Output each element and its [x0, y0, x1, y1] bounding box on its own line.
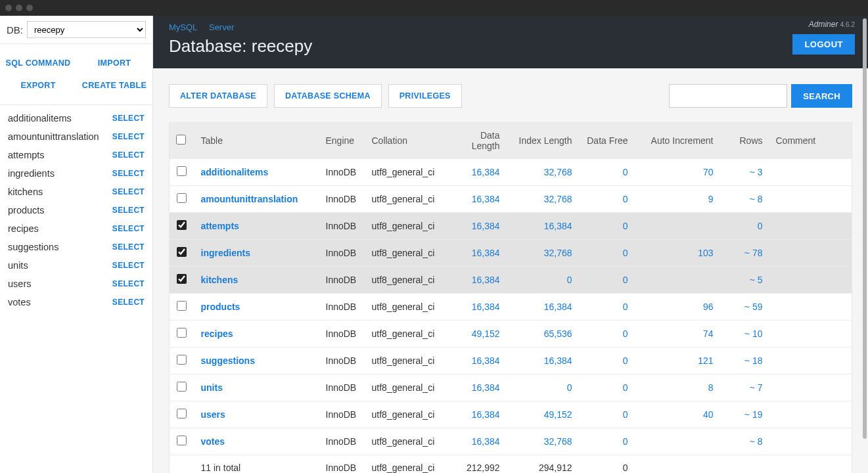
table-name-link[interactable]: recipes — [201, 328, 233, 339]
row-checkbox[interactable] — [177, 247, 187, 257]
import-link[interactable]: IMPORT — [76, 52, 152, 74]
sidebar-table-name[interactable]: amountunittranslation — [8, 131, 99, 142]
cell-auto-increment[interactable]: 40 — [635, 401, 720, 428]
cell-auto-increment[interactable]: 70 — [635, 159, 720, 186]
sidebar-select-link[interactable]: SELECT — [112, 206, 145, 215]
col-engine[interactable]: Engine — [319, 123, 365, 159]
export-link[interactable]: EXPORT — [0, 74, 76, 97]
cell-auto-increment[interactable] — [635, 213, 720, 240]
sidebar-table-name[interactable]: additionalitems — [8, 113, 72, 124]
cell-data-length[interactable]: 16,384 — [444, 240, 507, 267]
scrollbar-track[interactable] — [861, 18, 868, 468]
search-button[interactable]: SEARCH — [791, 84, 852, 108]
cell-data-free[interactable]: 0 — [579, 213, 635, 240]
database-schema-button[interactable]: DATABASE SCHEMA — [274, 84, 382, 108]
sidebar-table-name[interactable]: attempts — [8, 150, 45, 160]
row-checkbox[interactable] — [177, 382, 187, 392]
cell-auto-increment[interactable]: 121 — [635, 348, 720, 374]
col-index-length[interactable]: Index Length — [507, 123, 579, 159]
cell-data-length[interactable]: 16,384 — [444, 186, 507, 213]
row-checkbox[interactable] — [177, 355, 187, 365]
cell-index-length[interactable]: 32,768 — [507, 186, 579, 213]
table-name-link[interactable]: users — [201, 409, 225, 420]
cell-rows[interactable]: ~ 8 — [720, 428, 769, 455]
cell-auto-increment[interactable]: 74 — [635, 321, 720, 348]
cell-rows[interactable]: ~ 18 — [720, 348, 769, 374]
cell-data-length[interactable]: 16,384 — [444, 374, 507, 401]
col-data-free[interactable]: Data Free — [579, 123, 635, 159]
table-name-link[interactable]: votes — [201, 436, 225, 447]
logout-button[interactable]: LOGOUT — [792, 34, 855, 55]
cell-data-length[interactable]: 16,384 — [444, 294, 507, 321]
row-checkbox[interactable] — [177, 436, 187, 445]
cell-data-free[interactable]: 0 — [579, 267, 635, 294]
col-rows[interactable]: Rows — [720, 123, 769, 159]
cell-auto-increment[interactable] — [635, 428, 720, 455]
privileges-button[interactable]: PRIVILEGES — [388, 84, 462, 108]
cell-rows[interactable]: ~ 10 — [720, 321, 769, 348]
table-name-link[interactable]: products — [201, 302, 240, 312]
table-name-link[interactable]: attempts — [201, 221, 239, 231]
window-dot[interactable] — [26, 5, 33, 11]
table-name-link[interactable]: kitchens — [201, 275, 239, 285]
window-dot[interactable] — [16, 5, 22, 11]
cell-auto-increment[interactable]: 96 — [635, 294, 720, 321]
cell-index-length[interactable]: 0 — [507, 374, 579, 401]
search-input[interactable] — [669, 84, 787, 108]
cell-index-length[interactable]: 32,768 — [507, 159, 579, 186]
cell-data-free[interactable]: 0 — [579, 428, 635, 455]
table-name-link[interactable]: additionalitems — [201, 167, 269, 177]
cell-index-length[interactable]: 16,384 — [507, 294, 579, 321]
cell-data-length[interactable]: 16,384 — [444, 159, 507, 186]
cell-index-length[interactable]: 49,152 — [507, 401, 579, 428]
breadcrumb-mysql[interactable]: MySQL — [169, 22, 197, 32]
cell-auto-increment[interactable]: 103 — [635, 240, 720, 267]
sidebar-select-link[interactable]: SELECT — [112, 114, 145, 123]
table-name-link[interactable]: amountunittranslation — [201, 194, 298, 204]
cell-data-length[interactable]: 16,384 — [444, 348, 507, 374]
cell-data-free[interactable]: 0 — [579, 159, 635, 186]
row-checkbox[interactable] — [177, 166, 187, 176]
sidebar-table-name[interactable]: suggestions — [8, 242, 58, 252]
cell-data-free[interactable]: 0 — [579, 240, 635, 267]
table-name-link[interactable]: suggestions — [201, 355, 255, 366]
sidebar-select-link[interactable]: SELECT — [112, 279, 145, 288]
col-comment[interactable]: Comment — [769, 123, 852, 159]
cell-rows[interactable]: ~ 5 — [720, 267, 769, 294]
row-checkbox[interactable] — [177, 409, 187, 418]
alter-database-button[interactable]: ALTER DATABASE — [169, 84, 267, 108]
cell-index-length[interactable]: 65,536 — [507, 321, 579, 348]
cell-data-free[interactable]: 0 — [579, 374, 635, 401]
sidebar-select-link[interactable]: SELECT — [112, 242, 145, 252]
row-checkbox[interactable] — [177, 193, 187, 203]
sidebar-table-name[interactable]: units — [8, 260, 28, 271]
cell-data-length[interactable]: 16,384 — [444, 213, 507, 240]
sidebar-table-name[interactable]: products — [8, 205, 45, 215]
cell-data-length[interactable]: 16,384 — [444, 401, 507, 428]
cell-index-length[interactable]: 32,768 — [507, 428, 579, 455]
cell-rows[interactable]: ~ 3 — [720, 159, 769, 186]
cell-data-free[interactable]: 0 — [579, 321, 635, 348]
sidebar-select-link[interactable]: SELECT — [112, 224, 145, 233]
sidebar-select-link[interactable]: SELECT — [112, 298, 145, 307]
row-checkbox[interactable] — [177, 301, 187, 311]
sidebar-table-name[interactable]: users — [8, 279, 31, 289]
row-checkbox[interactable] — [177, 220, 187, 230]
cell-rows[interactable]: 0 — [720, 213, 769, 240]
sql-command-link[interactable]: SQL COMMAND — [0, 52, 76, 74]
select-all-checkbox[interactable] — [176, 135, 186, 145]
cell-auto-increment[interactable] — [635, 267, 720, 294]
cell-data-length[interactable]: 49,152 — [444, 321, 507, 348]
sidebar-table-name[interactable]: kitchens — [8, 187, 43, 197]
sidebar-select-link[interactable]: SELECT — [112, 150, 145, 160]
cell-rows[interactable]: ~ 7 — [720, 374, 769, 401]
cell-index-length[interactable]: 32,768 — [507, 240, 579, 267]
sidebar-select-link[interactable]: SELECT — [112, 187, 145, 196]
create-table-link[interactable]: CREATE TABLE — [76, 74, 152, 97]
cell-rows[interactable]: ~ 8 — [720, 186, 769, 213]
cell-rows[interactable]: ~ 59 — [720, 294, 769, 321]
cell-index-length[interactable]: 16,384 — [507, 213, 579, 240]
sidebar-select-link[interactable]: SELECT — [112, 132, 145, 141]
cell-data-free[interactable]: 0 — [579, 294, 635, 321]
cell-index-length[interactable]: 0 — [507, 267, 579, 294]
